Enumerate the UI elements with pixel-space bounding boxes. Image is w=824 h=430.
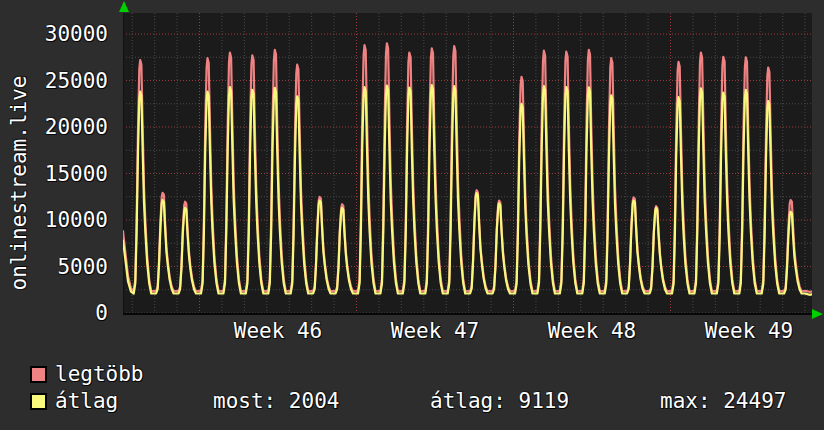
- y-tick-label: 0: [0, 302, 108, 324]
- x-tick-label: Week 48: [548, 320, 637, 342]
- legend-label-legtobb: legtöbb: [55, 363, 144, 385]
- legend-swatch-legtobb: [30, 366, 47, 383]
- x-tick-label: Week 49: [705, 320, 794, 342]
- legend-swatch-atlag: [30, 393, 47, 410]
- plot-area: [123, 13, 812, 315]
- x-tick-label: Week 47: [391, 320, 480, 342]
- series-daily-average: [123, 85, 812, 295]
- y-axis-arrow-icon: [119, 1, 129, 12]
- y-tick-label: 10000: [0, 209, 108, 231]
- stat-max: max: 24497: [660, 390, 786, 412]
- rrd-graph: onlinestream.live 0500010000150002000025…: [0, 0, 824, 430]
- legend-label-atlag: átlag: [55, 390, 118, 412]
- x-axis-arrow-icon: [812, 309, 823, 319]
- y-tick-label: 5000: [0, 256, 108, 278]
- stat-most: most: 2004: [213, 390, 339, 412]
- y-tick-label: 30000: [0, 23, 108, 45]
- y-tick-label: 15000: [0, 163, 108, 185]
- y-tick-label: 20000: [0, 116, 108, 138]
- stat-atlag: átlag: 9119: [430, 390, 569, 412]
- x-tick-label: Week 46: [234, 320, 323, 342]
- y-tick-label: 25000: [0, 70, 108, 92]
- chart-canvas: [123, 13, 812, 315]
